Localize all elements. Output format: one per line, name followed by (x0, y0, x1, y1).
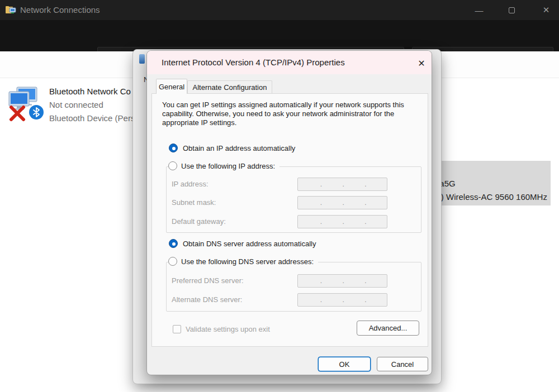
octet-separator: . (343, 180, 344, 188)
bluetooth-network-icon (7, 86, 46, 122)
ok-button[interactable]: OK (318, 357, 371, 371)
octet-separator: . (343, 296, 344, 304)
octet-separator: . (343, 199, 344, 207)
maximize-icon (509, 7, 515, 13)
radio-use-following-ip-label[interactable]: Use the following IP address: (181, 162, 275, 170)
ipv4-properties-dialog: Internet Protocol Version 4 (TCP/IPv4) P… (146, 50, 432, 375)
close-button[interactable]: ✕ (533, 0, 559, 20)
general-tab-page: You can get IP settings assigned automat… (151, 93, 428, 347)
subnet-mask-label: Subnet mask: (172, 198, 216, 207)
octet-separator: . (343, 218, 344, 226)
dialog-titlebar: Internet Protocol Version 4 (TCP/IPv4) P… (147, 51, 432, 74)
octet-separator: . (320, 199, 322, 207)
radio-obtain-ip-auto-label[interactable]: Obtain an IP address automatically (183, 144, 295, 152)
ip-manual-legend: Use the following IP address: (168, 161, 280, 170)
network-connections-window: Network Connections — ✕ ← → ↑ « Network … (0, 0, 559, 392)
octet-separator: . (320, 218, 322, 226)
tab-alternate-configuration[interactable]: Alternate Configuration (187, 80, 272, 94)
default-gateway-field[interactable]: . . . (297, 215, 387, 228)
validate-checkbox-label[interactable]: Validate settings upon exit (186, 325, 270, 333)
octet-separator: . (320, 296, 322, 304)
subnet-mask-field[interactable]: . . . (297, 196, 387, 209)
alternate-dns-label: Alternate DNS server: (172, 295, 242, 304)
preferred-dns-field[interactable]: . . . (297, 274, 387, 288)
octet-separator: . (320, 277, 322, 285)
alternate-dns-field[interactable]: . . . (297, 293, 387, 307)
window-title: Network Connections (20, 5, 100, 15)
default-gateway-label: Default gateway: (172, 217, 226, 226)
octet-separator: . (364, 277, 366, 285)
cancel-button[interactable]: Cancel (377, 357, 428, 371)
network-folder-icon (6, 6, 17, 15)
window-titlebar: Network Connections — ✕ (0, 0, 559, 20)
ip-address-label: IP address: (172, 180, 209, 188)
navigation-bar: ← → ↑ « Network and Internet › Network C… (0, 20, 559, 51)
tab-general[interactable]: General (156, 79, 187, 94)
connection-device: Bluetooth Device (Pers (49, 113, 135, 123)
maximize-button[interactable] (499, 0, 524, 20)
octet-separator: . (364, 218, 366, 226)
minimize-button[interactable]: — (466, 0, 492, 20)
preferred-dns-label: Preferred DNS server: (172, 276, 244, 285)
radio-obtain-dns-auto-label[interactable]: Obtain DNS server address automatically (183, 240, 316, 248)
octet-separator: . (364, 180, 366, 188)
octet-separator: . (364, 199, 366, 207)
validate-checkbox[interactable] (173, 325, 181, 333)
radio-use-following-ip[interactable] (168, 161, 177, 170)
radio-obtain-ip-auto[interactable] (169, 144, 178, 152)
dns-manual-legend: Use the following DNS server addresses: (168, 257, 318, 266)
octet-separator: . (320, 180, 322, 188)
connection-status: Not connected (49, 100, 103, 109)
wifi-adapter-name: R) Wireless-AC 9560 160MHz (435, 192, 547, 202)
advanced-button[interactable]: Advanced... (357, 321, 419, 336)
ip-address-field[interactable]: . . . (297, 178, 387, 191)
radio-use-following-dns[interactable] (168, 257, 177, 266)
radio-obtain-dns-auto[interactable] (169, 239, 178, 248)
radio-use-following-dns-label[interactable]: Use the following DNS server addresses: (181, 257, 314, 266)
dialog-description: You can get IP settings assigned automat… (162, 101, 416, 127)
dialog-close-button[interactable]: ✕ (414, 56, 429, 70)
adapter-icon (139, 54, 145, 64)
octet-separator: . (343, 277, 344, 285)
list-item-bluetooth[interactable]: Bluetooth Network Co Not connected Bluet… (0, 78, 145, 128)
dialog-title: Internet Protocol Version 4 (TCP/IPv4) P… (162, 58, 345, 67)
octet-separator: . (364, 296, 366, 304)
list-item-wifi-selected[interactable]: na5G R) Wireless-AC 9560 160MHz (435, 161, 551, 205)
connection-name: Bluetooth Network Co (49, 87, 131, 96)
